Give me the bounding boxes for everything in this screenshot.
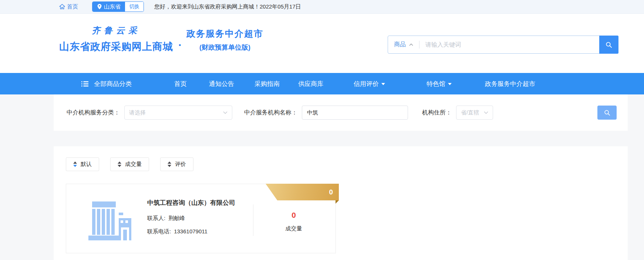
welcome-message: 您好，欢迎来到山东省政府采购网上商城！2022年05月17日 [154,3,301,10]
nav-item-supplier-library[interactable]: 供应商库 [298,80,323,88]
magnifier-icon [605,41,613,49]
nav-item-featured-hall[interactable]: 特色馆 [426,80,452,88]
home-icon [59,4,65,10]
sort-carets-icon [168,161,171,167]
search-input[interactable] [419,36,599,53]
magnifier-icon [604,109,611,116]
sort-button-label: 成交量 [125,161,142,168]
sort-row: 默认 成交量 评价 [66,157,628,171]
nav-item-label: 采购指南 [254,80,280,88]
brand-script-text: 齐鲁云采 [59,25,173,36]
filter-location-value: 省/直辖 [461,109,479,116]
nav-item-intermediary-supermarket[interactable]: 政务服务中介超市 [485,80,535,88]
filter-location-select[interactable]: 省/直辖 [456,106,493,120]
header-search-box: 商品 [388,36,618,54]
nav-item-label: 政务服务中介超市 [485,80,535,88]
brand-sub-note: (财政预算单位版) [186,43,263,52]
main-navbar: 全部商品分类 首页 通知公告 采购指南 供应商库 信用评价 特色馆 政务服务中介… [0,73,644,94]
nav-item-home[interactable]: 首页 [174,80,187,88]
contact-phone-row: 联系电话: 13361079011 [147,228,208,235]
nav-item-label: 通知公告 [209,80,234,88]
sort-volume-button[interactable]: 成交量 [110,157,149,171]
sort-rating-button[interactable]: 评价 [160,157,193,171]
deals-block: 0 成交量 [266,211,321,232]
topbar: 首页 山东省 切换 您好，欢迎来到山东省政府采购网上商城！2022年05月17日 [0,0,644,14]
agency-result-card[interactable]: 0 [66,184,336,253]
region-switch-button[interactable]: 切换 [125,2,144,11]
nav-item-label: 特色馆 [426,80,445,88]
filter-category-label: 中介机构服务分类： [67,109,120,117]
all-categories-label: 全部商品分类 [94,80,132,88]
ribbon-count: 0 [329,188,333,196]
chevron-down-icon [484,111,488,114]
contact-phone-label: 联系电话: [147,228,171,235]
filter-category-select[interactable]: 请选择 [124,106,232,120]
filter-category-placeholder: 请选择 [129,109,146,116]
building-icon [85,201,135,240]
nav-list: 首页 通知公告 采购指南 供应商库 信用评价 特色馆 政务服务中介超市 [132,80,535,88]
deals-label: 成交量 [266,225,321,232]
sort-carets-icon [73,161,77,167]
brand-separator-dot: · [178,39,182,51]
nav-item-credit-rating[interactable]: 信用评价 [354,80,385,88]
region-current-button[interactable]: 山东省 [92,2,125,11]
brand-sub-title: 政务服务中介超市 [186,28,263,40]
chevron-down-icon [448,83,452,85]
contact-phone-value: 13361079011 [174,228,208,235]
search-category-label: 商品 [394,41,406,49]
all-categories-button[interactable]: 全部商品分类 [81,80,132,88]
region-current-label: 山东省 [104,3,121,10]
company-name[interactable]: 中筑工程咨询（山东）有限公司 [147,199,235,207]
filter-name-label: 中介服务机构名称： [244,109,297,117]
sort-button-label: 评价 [175,161,186,168]
region-selector: 山东省 切换 [92,1,144,12]
agency-name-input[interactable] [302,106,408,120]
deals-count: 0 [266,211,321,220]
home-link[interactable]: 首页 [59,3,78,10]
chevron-up-icon [409,43,413,46]
results-panel: 默认 成交量 评价 0 [54,146,628,260]
brand-main-title: 山东省政府采购网上商城 [59,40,173,53]
filter-panel: 中介机构服务分类： 请选择 中介服务机构名称： 机构住所： 省/直辖 [54,94,628,131]
filter-search-button[interactable] [597,106,617,120]
nav-item-notices[interactable]: 通知公告 [209,80,234,88]
ribbon-fold [336,200,339,204]
sort-default-button[interactable]: 默认 [66,157,99,171]
nav-item-purchase-guide[interactable]: 采购指南 [254,80,280,88]
filter-location-label: 机构住所： [422,109,452,117]
chevron-down-icon [223,111,227,114]
nav-item-label: 供应商库 [298,80,323,88]
sort-button-label: 默认 [81,161,92,168]
nav-item-label: 信用评价 [354,80,379,88]
site-logo[interactable]: 齐鲁云采 山东省政府采购网上商城 · 政务服务中介超市 (财政预算单位版) [59,25,263,53]
brand-main-block: 齐鲁云采 山东省政府采购网上商城 [59,25,173,53]
location-pin-icon [97,4,102,10]
home-link-label: 首页 [67,3,78,10]
contact-person-label: 联系人: [147,215,165,222]
contact-person-row: 联系人: 荆献峰 [147,215,185,222]
chevron-down-icon [381,83,385,85]
ribbon-badge: 0 [266,184,339,200]
search-button[interactable] [599,36,618,54]
region-switch-label: 切换 [129,3,139,10]
contact-person-value: 荆献峰 [168,215,185,222]
sort-carets-icon [118,161,121,167]
card-divider [253,204,253,236]
search-category-dropdown[interactable]: 商品 [388,36,419,53]
site-header: 齐鲁云采 山东省政府采购网上商城 · 政务服务中介超市 (财政预算单位版) 商品 [0,14,644,73]
brand-sub-block: 政务服务中介超市 (财政预算单位版) [186,28,263,52]
nav-item-label: 首页 [174,80,187,88]
category-menu-icon [81,81,88,87]
